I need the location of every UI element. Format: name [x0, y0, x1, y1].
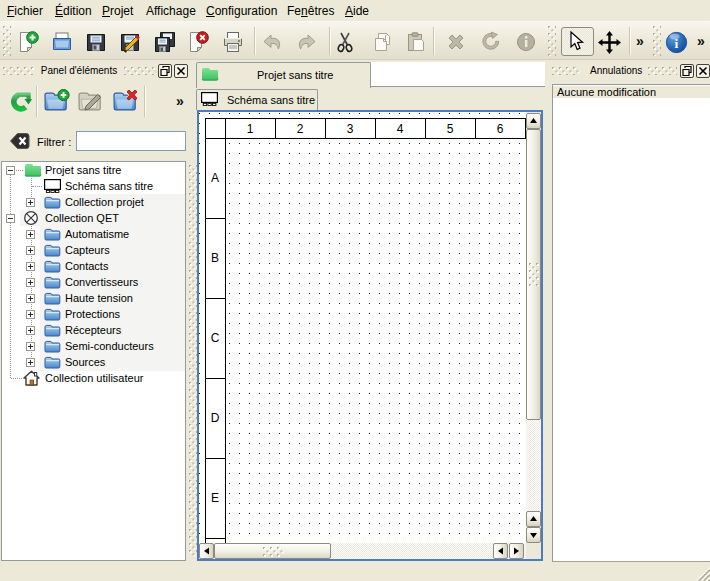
svg-text:2: 2 — [297, 122, 304, 136]
svg-text:D: D — [211, 411, 220, 425]
svg-text:B: B — [211, 251, 219, 265]
svg-text:A: A — [211, 171, 219, 185]
svg-text:5: 5 — [447, 122, 454, 136]
svg-text:4: 4 — [397, 122, 404, 136]
svg-text:6: 6 — [497, 122, 504, 136]
svg-text:C: C — [211, 331, 220, 345]
svg-text:3: 3 — [347, 122, 354, 136]
svg-text:i: i — [675, 36, 679, 51]
svg-text:E: E — [211, 491, 219, 505]
svg-text:1: 1 — [247, 122, 254, 136]
